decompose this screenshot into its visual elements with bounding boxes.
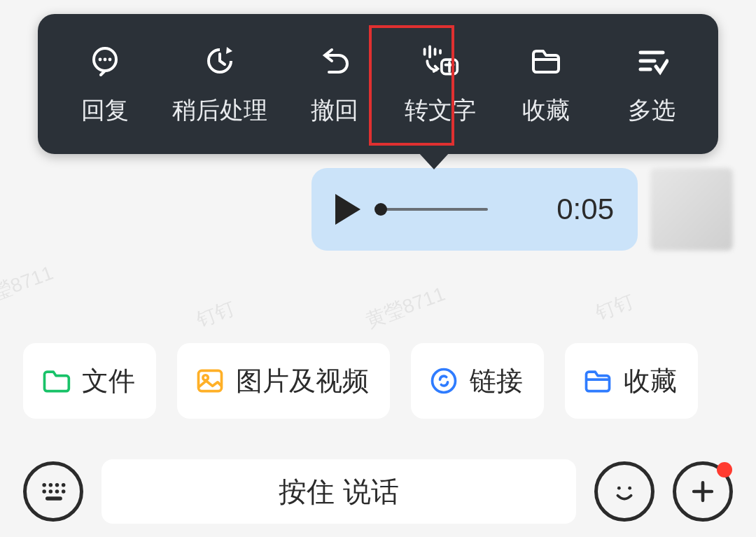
- menu-item-label: 回复: [81, 95, 129, 127]
- svg-point-15: [62, 489, 66, 494]
- watermark: 钉钉: [192, 295, 239, 334]
- chip-favorite[interactable]: 收藏: [565, 343, 698, 419]
- smile-icon: [608, 475, 640, 508]
- menu-item-multiselect[interactable]: 多选: [613, 41, 690, 127]
- svg-point-17: [617, 487, 621, 490]
- chip-label: 链接: [470, 363, 523, 399]
- keyboard-icon: [38, 476, 69, 507]
- multiselect-icon: [632, 41, 671, 81]
- undo-icon: [315, 41, 354, 81]
- voice-progress-track[interactable]: [376, 208, 488, 211]
- svg-point-1: [98, 58, 102, 62]
- svg-point-12: [42, 489, 46, 494]
- svg-rect-16: [46, 496, 62, 501]
- watermark: 钉钉: [592, 288, 638, 327]
- svg-point-3: [108, 58, 111, 62]
- svg-point-6: [203, 375, 208, 380]
- emoji-button[interactable]: [594, 461, 654, 522]
- svg-point-13: [49, 489, 53, 494]
- hold-to-talk-button[interactable]: 按住 说话: [102, 459, 576, 524]
- more-button[interactable]: [673, 461, 733, 522]
- keyboard-toggle-button[interactable]: [23, 461, 83, 522]
- plus-icon: [687, 476, 718, 507]
- menu-item-to-text[interactable]: 转文字: [402, 41, 479, 127]
- menu-item-label: 撤回: [311, 95, 358, 127]
- link-icon: [428, 365, 460, 397]
- quick-attachment-row: 文件 图片及视频 链接 收藏: [23, 343, 733, 419]
- voice-to-text-icon: [421, 41, 460, 81]
- svg-point-7: [433, 370, 456, 393]
- outgoing-message-row: 0:05: [312, 168, 733, 251]
- chip-media[interactable]: 图片及视频: [177, 343, 390, 419]
- menu-item-reply[interactable]: 回复: [66, 41, 144, 127]
- svg-point-18: [628, 487, 631, 490]
- svg-point-10: [55, 483, 59, 487]
- voice-message-bubble[interactable]: 0:05: [312, 168, 638, 251]
- svg-point-2: [103, 58, 106, 62]
- menu-item-recall[interactable]: 撤回: [296, 41, 373, 127]
- play-icon[interactable]: [335, 194, 360, 225]
- menu-item-later[interactable]: 稍后处理: [172, 41, 267, 127]
- hold-to-talk-label: 按住 说话: [279, 473, 398, 511]
- chip-label: 文件: [82, 363, 135, 399]
- chip-label: 图片及视频: [236, 363, 369, 399]
- clock-arrow-icon: [200, 41, 239, 81]
- menu-item-label: 多选: [628, 95, 676, 127]
- input-bar: 按住 说话: [0, 446, 756, 537]
- watermark: 黄瑩8711: [0, 260, 57, 313]
- voice-duration: 0:05: [556, 193, 614, 226]
- menu-item-label: 收藏: [522, 95, 570, 127]
- folder-open-icon: [526, 41, 566, 81]
- watermark: 黄瑩8711: [362, 281, 449, 334]
- reply-icon: [85, 41, 125, 81]
- message-context-menu: 回复 稍后处理 撤回: [38, 14, 718, 154]
- notification-dot: [717, 462, 732, 477]
- chip-label: 收藏: [624, 363, 677, 399]
- folder-icon: [40, 365, 72, 397]
- svg-rect-5: [199, 370, 222, 391]
- svg-point-11: [62, 483, 66, 487]
- image-icon: [194, 365, 226, 397]
- folder-open-icon: [582, 365, 614, 397]
- svg-point-8: [42, 483, 46, 487]
- chip-file[interactable]: 文件: [23, 343, 156, 419]
- svg-point-9: [49, 483, 53, 487]
- menu-item-favorite[interactable]: 收藏: [507, 41, 584, 127]
- avatar[interactable]: [650, 168, 733, 251]
- menu-item-label: 转文字: [405, 95, 476, 127]
- menu-item-label: 稍后处理: [172, 95, 267, 127]
- svg-point-14: [55, 489, 59, 494]
- chip-link[interactable]: 链接: [411, 343, 544, 419]
